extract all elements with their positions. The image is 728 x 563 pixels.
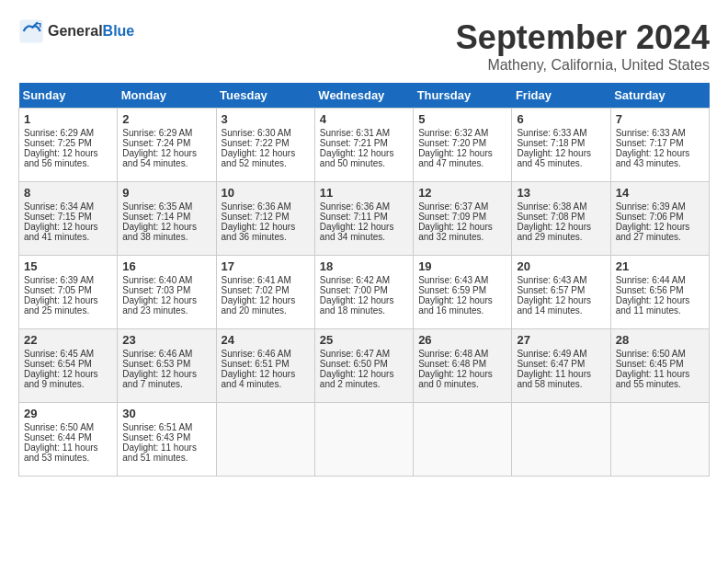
- day-number: 20: [517, 259, 605, 273]
- day-number: 7: [616, 112, 704, 126]
- calendar-cell: 2Sunrise: 6:29 AMSunset: 7:24 PMDaylight…: [118, 109, 216, 182]
- col-saturday: Saturday: [610, 83, 709, 109]
- location: Matheny, California, United States: [456, 57, 710, 74]
- col-friday: Friday: [512, 83, 610, 109]
- sunset-label: Sunset: 6:45 PM: [616, 359, 684, 369]
- sunset-label: Sunset: 7:06 PM: [616, 212, 684, 222]
- sunrise-label: Sunrise: 6:40 AM: [122, 275, 192, 285]
- day-number: 6: [517, 112, 605, 126]
- calendar-cell: [414, 403, 512, 477]
- day-number: 4: [320, 112, 408, 126]
- daylight-label: Daylight: 12 hours and 16 minutes.: [418, 295, 493, 316]
- day-number: 17: [222, 259, 310, 273]
- sunset-label: Sunset: 7:00 PM: [320, 285, 388, 295]
- daylight-label: Daylight: 12 hours and 23 minutes.: [122, 295, 197, 316]
- day-number: 21: [616, 259, 704, 273]
- daylight-label: Daylight: 12 hours and 9 minutes.: [24, 369, 98, 389]
- calendar-cell: 6Sunrise: 6:33 AMSunset: 7:18 PMDaylight…: [512, 109, 610, 182]
- day-number: 23: [122, 333, 210, 347]
- daylight-label: Daylight: 12 hours and 25 minutes.: [24, 295, 98, 316]
- daylight-label: Daylight: 12 hours and 36 minutes.: [222, 222, 296, 242]
- daylight-label: Daylight: 12 hours and 27 minutes.: [616, 222, 690, 242]
- sunrise-label: Sunrise: 6:35 AM: [122, 201, 192, 212]
- daylight-label: Daylight: 12 hours and 56 minutes.: [24, 148, 98, 168]
- page-container: GeneralBlue September 2024 Matheny, Cali…: [18, 18, 710, 477]
- daylight-label: Daylight: 11 hours and 55 minutes.: [616, 369, 690, 389]
- daylight-label: Daylight: 12 hours and 54 minutes.: [122, 148, 197, 168]
- calendar-cell: 9Sunrise: 6:35 AMSunset: 7:14 PMDaylight…: [118, 182, 216, 256]
- day-number: 26: [418, 333, 506, 347]
- daylight-label: Daylight: 12 hours and 38 minutes.: [122, 222, 197, 242]
- daylight-label: Daylight: 12 hours and 43 minutes.: [616, 148, 690, 168]
- day-number: 19: [418, 259, 506, 273]
- daylight-label: Daylight: 12 hours and 32 minutes.: [418, 222, 493, 242]
- calendar-week-5: 29Sunrise: 6:50 AMSunset: 6:44 PMDayligh…: [19, 403, 710, 477]
- calendar-cell: [314, 403, 413, 477]
- calendar-cell: 7Sunrise: 6:33 AMSunset: 7:17 PMDaylight…: [610, 109, 709, 182]
- calendar-cell: 11Sunrise: 6:36 AMSunset: 7:11 PMDayligh…: [314, 182, 413, 256]
- calendar-table: Sunday Monday Tuesday Wednesday Thursday…: [18, 83, 710, 477]
- logo: GeneralBlue: [18, 18, 134, 44]
- calendar-week-1: 1Sunrise: 6:29 AMSunset: 7:25 PMDaylight…: [19, 109, 710, 182]
- sunset-label: Sunset: 6:57 PM: [517, 285, 585, 295]
- sunset-label: Sunset: 6:50 PM: [320, 359, 388, 369]
- sunrise-label: Sunrise: 6:30 AM: [222, 128, 291, 138]
- calendar-cell: 24Sunrise: 6:46 AMSunset: 6:51 PMDayligh…: [216, 329, 314, 403]
- sunrise-label: Sunrise: 6:38 AM: [517, 201, 586, 212]
- daylight-label: Daylight: 11 hours and 58 minutes.: [517, 369, 591, 389]
- calendar-cell: 20Sunrise: 6:43 AMSunset: 6:57 PMDayligh…: [512, 256, 610, 329]
- sunset-label: Sunset: 6:48 PM: [418, 359, 486, 369]
- daylight-label: Daylight: 12 hours and 29 minutes.: [517, 222, 591, 242]
- day-number: 9: [122, 186, 210, 200]
- calendar-cell: 14Sunrise: 6:39 AMSunset: 7:06 PMDayligh…: [610, 182, 709, 256]
- daylight-label: Daylight: 12 hours and 52 minutes.: [222, 148, 296, 168]
- sunset-label: Sunset: 7:09 PM: [418, 212, 486, 222]
- sunrise-label: Sunrise: 6:49 AM: [517, 349, 586, 359]
- sunrise-label: Sunrise: 6:50 AM: [616, 349, 686, 359]
- sunset-label: Sunset: 7:08 PM: [517, 212, 585, 222]
- day-number: 3: [222, 112, 310, 126]
- sunrise-label: Sunrise: 6:47 AM: [320, 349, 390, 359]
- calendar-cell: 18Sunrise: 6:42 AMSunset: 7:00 PMDayligh…: [314, 256, 413, 329]
- sunset-label: Sunset: 6:59 PM: [418, 285, 486, 295]
- sunrise-label: Sunrise: 6:46 AM: [222, 349, 291, 359]
- calendar-cell: 19Sunrise: 6:43 AMSunset: 6:59 PMDayligh…: [414, 256, 512, 329]
- calendar-week-4: 22Sunrise: 6:45 AMSunset: 6:54 PMDayligh…: [19, 329, 710, 403]
- sunrise-label: Sunrise: 6:44 AM: [616, 275, 686, 285]
- calendar-cell: 22Sunrise: 6:45 AMSunset: 6:54 PMDayligh…: [19, 329, 118, 403]
- sunrise-label: Sunrise: 6:36 AM: [222, 201, 291, 212]
- calendar-cell: 16Sunrise: 6:40 AMSunset: 7:03 PMDayligh…: [118, 256, 216, 329]
- calendar-cell: 12Sunrise: 6:37 AMSunset: 7:09 PMDayligh…: [414, 182, 512, 256]
- sunrise-label: Sunrise: 6:42 AM: [320, 275, 390, 285]
- daylight-label: Daylight: 12 hours and 2 minutes.: [320, 369, 394, 389]
- day-number: 12: [418, 186, 506, 200]
- sunrise-label: Sunrise: 6:50 AM: [24, 422, 94, 432]
- col-sunday: Sunday: [19, 83, 118, 109]
- sunset-label: Sunset: 6:43 PM: [122, 432, 190, 442]
- sunset-label: Sunset: 6:44 PM: [24, 432, 92, 442]
- calendar-week-3: 15Sunrise: 6:39 AMSunset: 7:05 PMDayligh…: [19, 256, 710, 329]
- col-wednesday: Wednesday: [314, 83, 413, 109]
- calendar-cell: 29Sunrise: 6:50 AMSunset: 6:44 PMDayligh…: [19, 403, 118, 477]
- day-number: 14: [616, 186, 704, 200]
- title-area: September 2024 Matheny, California, Unit…: [456, 18, 710, 74]
- sunset-label: Sunset: 7:14 PM: [122, 212, 190, 222]
- day-number: 24: [222, 333, 310, 347]
- calendar-cell: 26Sunrise: 6:48 AMSunset: 6:48 PMDayligh…: [414, 329, 512, 403]
- daylight-label: Daylight: 12 hours and 45 minutes.: [517, 148, 591, 168]
- col-tuesday: Tuesday: [216, 83, 314, 109]
- sunset-label: Sunset: 7:22 PM: [222, 138, 290, 148]
- sunrise-label: Sunrise: 6:33 AM: [616, 128, 686, 138]
- daylight-label: Daylight: 12 hours and 34 minutes.: [320, 222, 394, 242]
- logo-icon: [18, 18, 44, 44]
- daylight-label: Daylight: 12 hours and 20 minutes.: [222, 295, 296, 316]
- daylight-label: Daylight: 12 hours and 4 minutes.: [222, 369, 296, 389]
- sunset-label: Sunset: 7:18 PM: [517, 138, 585, 148]
- day-number: 5: [418, 112, 506, 126]
- sunset-label: Sunset: 6:56 PM: [616, 285, 684, 295]
- sunrise-label: Sunrise: 6:43 AM: [517, 275, 586, 285]
- sunset-label: Sunset: 7:21 PM: [320, 138, 388, 148]
- calendar-cell: [610, 403, 709, 477]
- calendar-cell: 3Sunrise: 6:30 AMSunset: 7:22 PMDaylight…: [216, 109, 314, 182]
- day-number: 22: [24, 333, 112, 347]
